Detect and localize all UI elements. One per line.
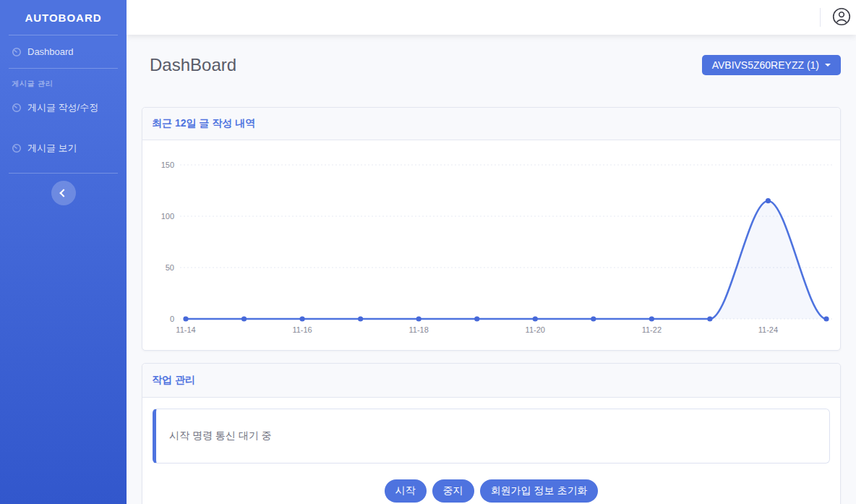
page-title: DashBoard — [150, 55, 236, 75]
sidebar-item-post-edit[interactable]: 게시글 작성/수정 — [0, 90, 127, 125]
gauge-icon — [12, 143, 22, 153]
data-point — [183, 316, 188, 321]
gauge-icon — [12, 47, 22, 57]
x-tick-label: 11-22 — [642, 325, 662, 334]
task-button-row: 시작 중지 회원가입 정보 초기화 — [153, 479, 830, 503]
brand-logo[interactable]: AUTOBOARD — [0, 0, 127, 35]
data-point — [474, 316, 479, 321]
account-dropdown-button[interactable]: AVBIVS5Z60REYZZ (1) — [702, 55, 841, 75]
data-point — [649, 316, 654, 321]
x-tick-label: 11-14 — [176, 325, 195, 334]
sidebar-item-label: 게시글 보기 — [27, 142, 77, 155]
sidebar-item-label: 게시글 작성/수정 — [27, 101, 98, 114]
topbar-divider — [820, 8, 821, 27]
sidebar-collapse-button[interactable] — [51, 181, 76, 205]
chart-svg: 05010015011-1411-1611-1811-2011-2211-24 — [142, 140, 852, 350]
main-content: DashBoard AVBIVS5Z60REYZZ (1) 최근 12일 글 작… — [127, 0, 856, 504]
task-card-body: 시작 명령 통신 대기 중 시작 중지 회원가입 정보 초기화 — [142, 398, 840, 504]
x-tick-label: 11-18 — [409, 325, 429, 334]
topbar — [127, 0, 856, 35]
sidebar: AUTOBOARD Dashboard 게시글 관리 게시글 작성/수정 게시글… — [0, 0, 127, 504]
y-tick-label: 0 — [170, 315, 174, 323]
data-point — [241, 316, 247, 321]
sidebar-section-heading: 게시글 관리 — [12, 79, 115, 89]
caret-down-icon — [825, 64, 831, 67]
data-point — [823, 316, 829, 321]
sidebar-item-dashboard[interactable]: Dashboard — [0, 35, 127, 68]
start-button[interactable]: 시작 — [385, 479, 427, 503]
x-tick-label: 11-16 — [292, 325, 312, 334]
user-menu-button[interactable] — [832, 7, 851, 28]
data-point — [358, 316, 363, 321]
x-tick-label: 11-20 — [526, 325, 545, 334]
sidebar-divider — [9, 173, 118, 174]
reset-signup-info-button[interactable]: 회원가입 정보 초기화 — [480, 479, 599, 503]
x-tick-label: 11-24 — [758, 325, 778, 334]
account-dropdown-label: AVBIVS5Z60REYZZ (1) — [712, 59, 819, 71]
data-point — [416, 316, 421, 321]
data-point — [766, 198, 771, 203]
stop-button[interactable]: 중지 — [432, 479, 474, 503]
data-point — [533, 316, 538, 321]
area-fill — [186, 201, 826, 319]
chart-card-title: 최근 12일 글 작성 내역 — [142, 108, 840, 140]
y-tick-label: 50 — [166, 263, 174, 272]
gauge-icon — [12, 103, 22, 113]
chevron-left-icon — [59, 189, 67, 197]
brand-text: AUTOBOARD — [25, 12, 101, 24]
sidebar-divider — [9, 68, 118, 69]
y-tick-label: 150 — [161, 161, 174, 169]
task-management-card: 작업 관리 시작 명령 통신 대기 중 시작 중지 회원가입 정보 초기화 — [142, 363, 841, 504]
chart-card-body: 05010015011-1411-1611-1811-2011-2211-24 — [142, 140, 840, 350]
page-header: DashBoard AVBIVS5Z60REYZZ (1) — [142, 55, 841, 75]
data-point — [707, 316, 712, 321]
task-card-title: 작업 관리 — [142, 364, 840, 398]
sidebar-item-post-view[interactable]: 게시글 보기 — [0, 131, 127, 166]
sidebar-item-label: Dashboard — [27, 46, 74, 57]
status-message-text: 시작 명령 통신 대기 중 — [169, 430, 272, 443]
y-tick-label: 100 — [161, 212, 174, 221]
data-point — [299, 316, 304, 321]
data-point — [591, 316, 596, 321]
status-message-box: 시작 명령 통신 대기 중 — [153, 409, 830, 464]
recent-posts-chart-card: 최근 12일 글 작성 내역 05010015011-1411-1611-181… — [142, 107, 841, 351]
user-circle-icon — [832, 7, 851, 28]
